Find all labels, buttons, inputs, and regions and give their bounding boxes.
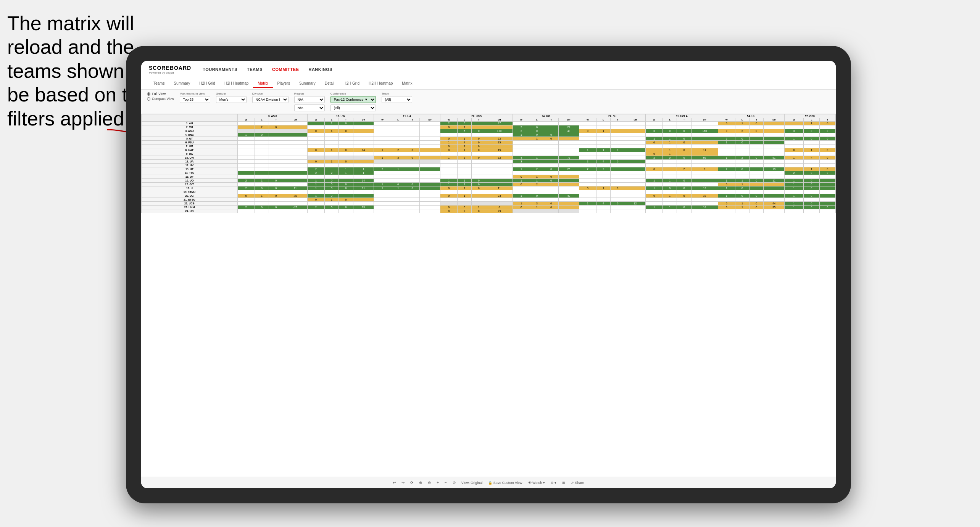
toolbar-add[interactable]: +	[437, 480, 439, 485]
full-view-radio[interactable]: Full View	[147, 92, 174, 96]
sub-nav-summary2[interactable]: Summary	[295, 79, 320, 88]
matrix-cell	[324, 133, 338, 137]
matrix-cell	[269, 156, 283, 160]
matrix-cell	[419, 175, 440, 179]
matrix-cell	[735, 125, 749, 129]
matrix-cell	[691, 209, 718, 213]
matrix-cell	[544, 198, 558, 202]
matrix-cell	[596, 175, 610, 179]
matrix-cell	[374, 137, 391, 141]
toolbar-clock[interactable]: ⊙	[453, 480, 456, 485]
matrix-cell	[374, 145, 391, 148]
toolbar-share-settings[interactable]: ⊕ ▾	[551, 481, 557, 485]
sub-nav-h2h-heatmap2[interactable]: H2H Heatmap	[364, 79, 397, 88]
toolbar-share[interactable]: ⇗ Share	[571, 481, 584, 485]
division-select[interactable]: NCAA Division I	[252, 96, 289, 103]
matrix-cell	[558, 133, 579, 137]
matrix-cell	[486, 125, 513, 129]
sub-nav-h2h-grid2[interactable]: H2H Grid	[339, 79, 364, 88]
gender-select[interactable]: Men's	[216, 96, 247, 103]
matrix-cell	[458, 133, 472, 137]
team-select[interactable]: (All)	[382, 96, 412, 103]
toolbar-view-original[interactable]: View: Original	[461, 481, 482, 485]
conference-select[interactable]: Pac-12 Conference ▼	[330, 96, 376, 103]
nav-rankings[interactable]: RANKINGS	[308, 67, 332, 72]
row-team-label: 2. VU	[142, 125, 238, 129]
sub-nav-teams[interactable]: Teams	[149, 79, 169, 88]
toolbar-minus[interactable]: −	[445, 480, 447, 485]
matrix-cell: 0	[544, 175, 558, 179]
sub-nav-matrix[interactable]: Matrix	[253, 79, 272, 88]
sub-nav-summary[interactable]: Summary	[169, 79, 195, 88]
ucb-dif: Dif	[486, 118, 513, 122]
matrix-cell	[405, 122, 419, 125]
matrix-cell	[718, 148, 735, 152]
matrix-cell	[339, 125, 353, 129]
toolbar-watch[interactable]: 👁 Watch ▾	[528, 481, 545, 485]
matrix-cell	[764, 129, 785, 133]
toolbar-zoom-out[interactable]: ⊖	[428, 480, 431, 485]
toolbar-zoom-in[interactable]: ⊕	[419, 480, 422, 485]
matrix-cell	[819, 209, 835, 213]
region-select-2[interactable]: N/A	[294, 104, 325, 111]
matrix-cell: 5	[458, 129, 472, 133]
max-teams-select[interactable]: Top 25	[180, 96, 210, 103]
matrix-cell	[391, 152, 405, 156]
zoom-out-icon: ⊖	[428, 480, 431, 485]
su-dif: Dif	[625, 118, 646, 122]
matrix-cell	[269, 167, 283, 171]
matrix-cell	[611, 190, 625, 194]
toolbar-redo[interactable]: ↪	[401, 480, 405, 485]
matrix-cell	[419, 202, 440, 206]
sub-nav-detail[interactable]: Detail	[320, 79, 339, 88]
matrix-cell: 1	[579, 202, 596, 206]
matrix-cell	[269, 171, 283, 175]
matrix-cell: 1	[785, 202, 804, 206]
matrix-cell	[353, 209, 374, 213]
matrix-cell	[307, 141, 324, 145]
toolbar-undo[interactable]: ↩	[393, 480, 396, 485]
nav-tournaments[interactable]: TOURNAMENTS	[203, 67, 237, 72]
toolbar-grid[interactable]: ⊞	[562, 481, 565, 485]
matrix-cell	[804, 190, 820, 194]
toolbar-save-custom[interactable]: 🔒 Save Custom View	[488, 481, 522, 485]
matrix-cell	[513, 148, 530, 152]
nav-committee[interactable]: COMMITTEE	[272, 67, 299, 72]
matrix-cell: 0	[579, 186, 596, 190]
matrix-cell: 1	[255, 194, 269, 198]
matrix-cell	[558, 164, 579, 167]
compact-view-radio[interactable]: Compact View	[147, 97, 174, 101]
matrix-cell: 0	[440, 137, 458, 141]
row-team-label: 22. UCB	[142, 202, 238, 206]
toolbar-reset[interactable]: ⟳	[410, 480, 413, 485]
row-team-label: 5. UT	[142, 137, 238, 141]
matrix-cell	[472, 133, 486, 137]
conference-select-2[interactable]: (All)	[330, 104, 376, 111]
matrix-cell	[405, 160, 419, 164]
matrix-cell	[530, 160, 544, 164]
matrix-cell	[530, 171, 544, 175]
sub-nav-h2h-heatmap[interactable]: H2H Heatmap	[220, 79, 253, 88]
matrix-cell: 11	[283, 186, 308, 190]
nav-teams[interactable]: TEAMS	[247, 67, 263, 72]
sub-nav-h2h-grid[interactable]: H2H Grid	[195, 79, 220, 88]
matrix-scroll-area[interactable]: 3. ASU 10. UW 11. UA 22. UCB 24. UO 27. …	[141, 114, 836, 477]
matrix-cell: 2	[530, 167, 544, 171]
matrix-cell	[486, 164, 513, 167]
sub-nav-matrix2[interactable]: Matrix	[397, 79, 417, 88]
matrix-cell	[691, 152, 718, 156]
matrix-cell: 0	[339, 198, 353, 202]
matrix-table: 3. ASU 10. UW 11. UA 22. UCB 24. UO 27. …	[141, 114, 836, 213]
matrix-cell	[611, 175, 625, 179]
matrix-cell	[579, 190, 596, 194]
region-select[interactable]: N/A	[294, 96, 325, 103]
matrix-cell: 1	[663, 137, 677, 141]
matrix-cell	[785, 160, 804, 164]
matrix-cell	[307, 202, 324, 206]
matrix-cell	[804, 175, 820, 179]
matrix-cell: 0	[677, 148, 691, 152]
sub-nav-players[interactable]: Players	[273, 79, 295, 88]
matrix-cell	[237, 183, 255, 186]
matrix-cell	[785, 164, 804, 167]
row-team-label: 21. ETSU	[142, 198, 238, 202]
